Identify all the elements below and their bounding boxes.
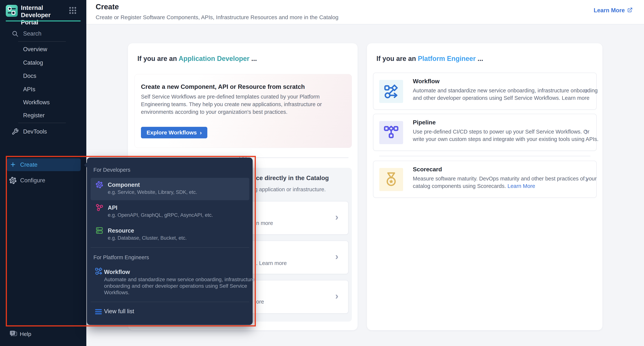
- row-description: Use pre-defined CI/CD steps to power up …: [413, 128, 599, 143]
- explore-workflows-label: Explore Workflows: [146, 129, 197, 136]
- platform-card-heading: If you are an Platform Engineer ...: [376, 55, 483, 63]
- workflow-icon: [95, 267, 103, 276]
- card-text-fragment: l. Learn more: [255, 260, 287, 266]
- flyout-item-subtitle: e.g. Database, Cluster, Bucket, etc.: [108, 235, 187, 241]
- pipeline-row[interactable]: Pipeline Use pre-defined CI/CD steps to …: [373, 114, 597, 151]
- sidebar-item-docs[interactable]: Docs: [0, 72, 86, 80]
- sidebar-item-help[interactable]: ? Help: [0, 329, 86, 339]
- search-icon: [12, 30, 19, 40]
- external-link-icon: [627, 7, 633, 13]
- explore-workflows-button[interactable]: Explore Workflows ›: [141, 127, 207, 138]
- flyout-item-subtitle: e.g. Service, Website, Library, SDK, etc…: [108, 189, 197, 195]
- learn-more-link[interactable]: Learn More: [508, 183, 535, 189]
- app-logo: [6, 5, 18, 17]
- flyout-item-title: Component: [108, 181, 140, 188]
- flyout-item-subtitle: e.g. OpenAPI, GraphQL, gRPC, AsyncAPI, e…: [108, 212, 213, 218]
- create-flyout-menu: For Developers Component e.g. Service, W…: [87, 158, 253, 325]
- gear-icon: [8, 176, 17, 185]
- sidebar-item-catalog[interactable]: Catalog: [0, 58, 86, 67]
- heading-suffix: ...: [476, 55, 483, 62]
- flyout-item-title: API: [108, 204, 118, 211]
- row-description: Automate and standardize new service onb…: [413, 87, 599, 102]
- divider-line: [250, 158, 348, 158]
- sidebar-item-label: Register: [23, 111, 44, 120]
- sidebar-item-label: Workflows: [23, 98, 50, 107]
- create-from-scratch-panel: Create a new Component, API or Resource …: [134, 74, 352, 148]
- list-icon: [95, 309, 102, 316]
- api-icon: [95, 203, 104, 213]
- search-label: Search: [23, 29, 42, 38]
- resource-icon: [95, 226, 104, 236]
- sidebar-item-search[interactable]: Search: [0, 29, 86, 38]
- configure-label: Configure: [20, 174, 45, 187]
- flyout-workflow-description: Automate and standardize new service onb…: [104, 276, 255, 296]
- help-chat-icon: ?: [9, 330, 18, 339]
- sidebar-item-apis[interactable]: APIs: [0, 85, 86, 94]
- sidebar-item-configure[interactable]: Configure: [0, 174, 86, 187]
- sidebar-divider: [18, 41, 66, 42]
- sidebar-item-create[interactable]: + Create: [7, 158, 81, 171]
- sidebar-accent-rule: [6, 20, 80, 21]
- chevron-right-icon: ›: [585, 126, 588, 137]
- learn-more-label: Learn More: [594, 7, 625, 14]
- chevron-right-icon: ›: [335, 211, 338, 222]
- heading-prefix: If you are an: [138, 55, 178, 62]
- sidebar-item-overview[interactable]: Overview: [0, 45, 86, 54]
- sidebar-item-devtools[interactable]: DevTools: [0, 127, 86, 136]
- row-title: Workflow: [413, 78, 440, 85]
- card-text-fragment: n more: [256, 220, 273, 226]
- flyout-divider: [90, 247, 249, 248]
- flyout-item-resource[interactable]: Resource e.g. Database, Cluster, Bucket,…: [90, 224, 249, 246]
- heading-suffix: ...: [250, 55, 257, 62]
- register-subtitle-fragment: g application or infrastructure.: [254, 186, 326, 192]
- row-description-text: Measure software maturity. DevOps maturi…: [413, 175, 597, 189]
- developer-card-heading: If you are an Application Developer ...: [138, 55, 257, 63]
- sidebar-item-register[interactable]: Register: [0, 111, 86, 120]
- sidebar-item-workflows[interactable]: Workflows: [0, 98, 86, 107]
- row-divider: [379, 156, 590, 156]
- heading-role: Platform Engineer: [418, 55, 476, 62]
- workflow-icon: [379, 80, 403, 103]
- pipeline-icon: [379, 121, 403, 144]
- devtools-label: DevTools: [23, 127, 47, 136]
- sidebar-header: Internal Developer Portal: [0, 0, 86, 20]
- for-platform-engineers-header: For Platform Engineers: [94, 254, 149, 261]
- chevron-right-icon: ›: [200, 129, 202, 136]
- heading-role: Application Developer: [178, 55, 250, 62]
- card-text-fragment: ore: [256, 299, 264, 305]
- flyout-workflow-title[interactable]: Workflow: [104, 269, 130, 275]
- row-description-text: Automate and standardize new service onb…: [413, 88, 598, 101]
- page-title: Create: [96, 2, 119, 11]
- flyout-item-title: Resource: [108, 227, 134, 234]
- flyout-arrow: [84, 162, 87, 168]
- component-gear-icon: [95, 180, 104, 190]
- heading-prefix: If you are an: [376, 55, 418, 62]
- sidebar: Internal Developer Portal Search Overvie…: [0, 0, 86, 346]
- page-header: Create Create or Register Software Compo…: [86, 0, 644, 24]
- sidebar-item-label: Catalog: [23, 58, 43, 67]
- workflow-row[interactable]: Workflow Automate and standardize new se…: [373, 73, 597, 110]
- row-description-text: Use pre-defined CI/CD steps to power up …: [413, 129, 598, 142]
- create-label: Create: [20, 158, 38, 171]
- view-full-list-item[interactable]: View full list: [87, 307, 253, 318]
- help-label: Help: [20, 329, 31, 339]
- wrench-icon: [12, 128, 19, 138]
- flyout-item-api[interactable]: API e.g. OpenAPI, GraphQL, gRPC, AsyncAP…: [90, 201, 249, 223]
- learn-more-link[interactable]: Learn More: [594, 7, 633, 14]
- chevron-right-icon: ›: [335, 251, 338, 262]
- sidebar-divider: [18, 123, 66, 123]
- row-description: Measure software maturity. DevOps maturi…: [413, 175, 599, 190]
- scorecard-row[interactable]: Scorecard Measure software maturity. Dev…: [373, 161, 597, 198]
- flyout-item-component[interactable]: Component e.g. Service, Website, Library…: [90, 178, 249, 200]
- chevron-right-icon: ›: [585, 173, 588, 184]
- row-title: Scorecard: [413, 166, 442, 173]
- platform-engineer-card: If you are an Platform Engineer ... Work…: [367, 43, 602, 330]
- for-developers-header: For Developers: [94, 167, 130, 173]
- page-subtitle: Create or Register Software Components, …: [96, 14, 338, 20]
- apps-grid-icon[interactable]: [69, 7, 76, 15]
- svg-text:?: ?: [12, 331, 14, 335]
- scorecard-icon: [379, 168, 403, 191]
- view-full-list-label: View full list: [104, 308, 134, 315]
- sidebar-item-label: APIs: [23, 85, 35, 94]
- chevron-right-icon: ›: [585, 85, 588, 96]
